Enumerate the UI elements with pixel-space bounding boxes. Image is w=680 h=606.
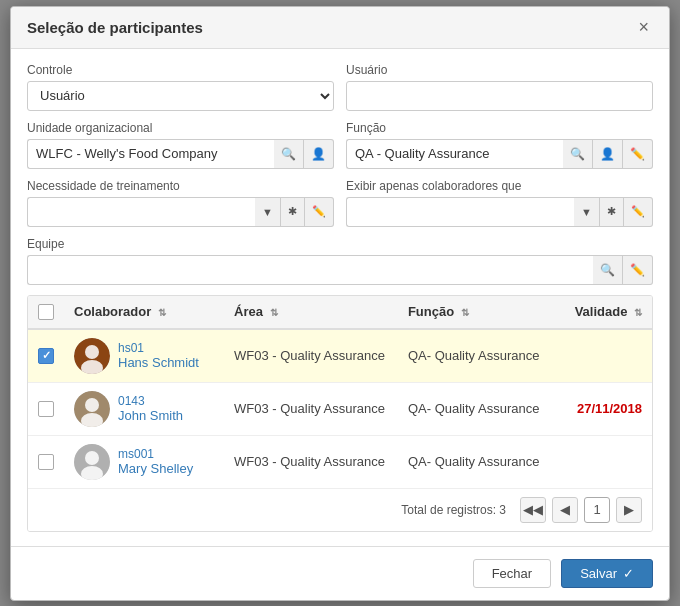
col-header-area[interactable]: Área ⇅ (224, 296, 398, 329)
row-area-cell: WF03 - Quality Assurance (224, 329, 398, 383)
avatar (74, 338, 110, 374)
form-row-1: Controle UsuárioGrupo Usuário (27, 63, 653, 111)
equipe-input[interactable] (27, 255, 593, 285)
necessidade-asterisk-button[interactable]: ✱ (281, 197, 305, 227)
form-group-controle: Controle UsuárioGrupo (27, 63, 334, 111)
row-check-cell (28, 382, 64, 435)
necessidade-dropdown-button[interactable]: ▼ (255, 197, 281, 227)
controle-label: Controle (27, 63, 334, 77)
row-colaborador-cell: ms001 Mary Shelley (64, 435, 224, 488)
row-check-cell (28, 329, 64, 383)
collaborators-table-container: Colaborador ⇅ Área ⇅ Função ⇅ Validade (27, 295, 653, 532)
dialog-body: Controle UsuárioGrupo Usuário Unidade or… (11, 49, 669, 546)
avatar (74, 391, 110, 427)
table-row: 0143 John Smith WF03 - Quality Assurance… (28, 382, 652, 435)
usuario-label: Usuário (346, 63, 653, 77)
collab-name: John Smith (118, 408, 183, 423)
form-group-necessidade: Necessidade de treinamento ▼ ✱ ✏️ (27, 179, 334, 227)
exibir-edit-button[interactable]: ✏️ (624, 197, 653, 227)
exibir-input[interactable] (346, 197, 574, 227)
exibir-buttons: ▼ ✱ ✏️ (574, 197, 653, 227)
pagination-current-page[interactable]: 1 (584, 497, 610, 523)
collab-code: ms001 (118, 447, 193, 461)
row-area-cell: WF03 - Quality Assurance (224, 435, 398, 488)
row-checkbox[interactable] (38, 401, 54, 417)
form-row-3: Necessidade de treinamento ▼ ✱ ✏️ Exibir… (27, 179, 653, 227)
exibir-input-group: ▼ ✱ ✏️ (346, 197, 653, 227)
row-colaborador-cell: hs01 Hans Schmidt (64, 329, 224, 383)
row-funcao-cell: QA- Quality Assurance (398, 382, 552, 435)
row-check-cell (28, 435, 64, 488)
funcao-user-button[interactable]: 👤 (593, 139, 623, 169)
fechar-button[interactable]: Fechar (473, 559, 551, 588)
pagination-total: Total de registros: 3 (401, 503, 506, 517)
row-funcao-cell: QA- Quality Assurance (398, 435, 552, 488)
form-group-usuario: Usuário (346, 63, 653, 111)
collaborators-table: Colaborador ⇅ Área ⇅ Função ⇅ Validade (28, 296, 652, 488)
equipe-label: Equipe (27, 237, 653, 251)
pagination-next-button[interactable]: ▶ (616, 497, 642, 523)
exibir-label: Exibir apenas colaboradores que (346, 179, 653, 193)
svg-point-7 (85, 451, 99, 465)
row-funcao-cell: QA- Quality Assurance (398, 329, 552, 383)
select-all-checkbox[interactable] (38, 304, 54, 320)
equipe-buttons: 🔍 ✏️ (593, 255, 653, 285)
unidade-input[interactable] (27, 139, 274, 169)
salvar-check-icon: ✓ (623, 566, 634, 581)
col-header-check (28, 296, 64, 329)
collab-name: Mary Shelley (118, 461, 193, 476)
funcao-search-button[interactable]: 🔍 (563, 139, 593, 169)
sort-validade-icon: ⇅ (634, 307, 642, 318)
row-validade-cell: 27/11/2018 (552, 382, 652, 435)
table-header-row: Colaborador ⇅ Área ⇅ Função ⇅ Validade (28, 296, 652, 329)
collab-name: Hans Schmidt (118, 355, 199, 370)
unidade-search-button[interactable]: 🔍 (274, 139, 304, 169)
form-row-2: Unidade organizacional 🔍 👤 Função 🔍 👤 (27, 121, 653, 169)
equipe-edit-button[interactable]: ✏️ (623, 255, 653, 285)
salvar-button[interactable]: Salvar ✓ (561, 559, 653, 588)
unidade-input-group: 🔍 👤 (27, 139, 334, 169)
table-row: hs01 Hans Schmidt WF03 - Quality Assuran… (28, 329, 652, 383)
exibir-asterisk-button[interactable]: ✱ (600, 197, 624, 227)
unidade-buttons: 🔍 👤 (274, 139, 334, 169)
usuario-input[interactable] (346, 81, 653, 111)
pagination-prev-prev-button[interactable]: ◀◀ (520, 497, 546, 523)
row-colaborador-cell: 0143 John Smith (64, 382, 224, 435)
sort-area-icon: ⇅ (270, 307, 278, 318)
exibir-dropdown-button[interactable]: ▼ (574, 197, 600, 227)
funcao-buttons: 🔍 👤 ✏️ (563, 139, 653, 169)
funcao-label: Função (346, 121, 653, 135)
row-validade-cell (552, 435, 652, 488)
controle-select[interactable]: UsuárioGrupo (27, 81, 334, 111)
form-group-exibir: Exibir apenas colaboradores que ▼ ✱ ✏️ (346, 179, 653, 227)
necessidade-edit-button[interactable]: ✏️ (305, 197, 334, 227)
row-checkbox[interactable] (38, 454, 54, 470)
necessidade-input[interactable] (27, 197, 255, 227)
sort-colaborador-icon: ⇅ (158, 307, 166, 318)
dialog-title: Seleção de participantes (27, 19, 203, 36)
dialog-footer: Fechar Salvar ✓ (11, 546, 669, 600)
col-header-colaborador[interactable]: Colaborador ⇅ (64, 296, 224, 329)
necessidade-input-group: ▼ ✱ ✏️ (27, 197, 334, 227)
form-group-equipe: Equipe 🔍 ✏️ (27, 237, 653, 285)
form-row-4: Equipe 🔍 ✏️ (27, 237, 653, 285)
col-header-funcao[interactable]: Função ⇅ (398, 296, 552, 329)
unidade-user-button[interactable]: 👤 (304, 139, 334, 169)
pagination-prev-button[interactable]: ◀ (552, 497, 578, 523)
funcao-input-group: 🔍 👤 ✏️ (346, 139, 653, 169)
unidade-label: Unidade organizacional (27, 121, 334, 135)
row-checkbox[interactable] (38, 348, 54, 364)
close-button[interactable]: × (634, 17, 653, 38)
funcao-edit-button[interactable]: ✏️ (623, 139, 653, 169)
col-header-validade[interactable]: Validade ⇅ (552, 296, 652, 329)
equipe-input-group: 🔍 ✏️ (27, 255, 653, 285)
form-group-unidade: Unidade organizacional 🔍 👤 (27, 121, 334, 169)
modal-dialog: Seleção de participantes × Controle Usuá… (10, 6, 670, 601)
row-area-cell: WF03 - Quality Assurance (224, 382, 398, 435)
collab-code: hs01 (118, 341, 199, 355)
equipe-search-button[interactable]: 🔍 (593, 255, 623, 285)
row-validade-cell (552, 329, 652, 383)
avatar (74, 444, 110, 480)
funcao-input[interactable] (346, 139, 563, 169)
necessidade-label: Necessidade de treinamento (27, 179, 334, 193)
